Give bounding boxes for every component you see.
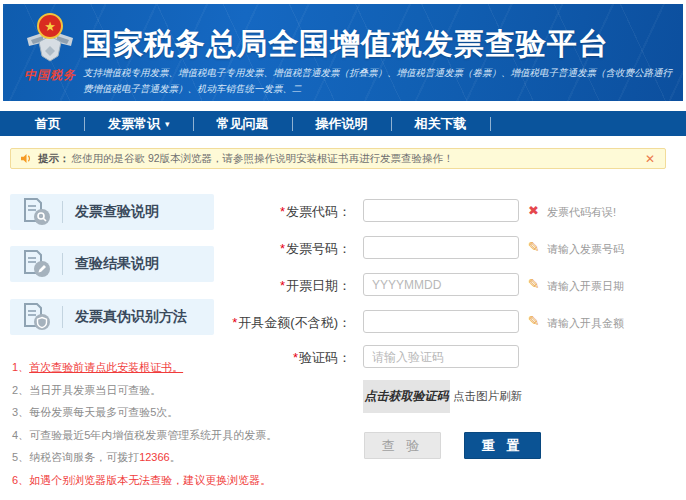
captcha-label: *验证码： bbox=[205, 349, 351, 367]
doc-magnifier-icon bbox=[22, 197, 52, 227]
note-five-times: 3、每份发票每天最多可查验5次。 bbox=[12, 401, 277, 424]
divider bbox=[62, 253, 63, 275]
pencil-icon: ✎ bbox=[528, 314, 540, 328]
logo-text: 中国税务 bbox=[19, 67, 81, 84]
install-cert-link[interactable]: 首次查验前请点此安装根证书。 bbox=[29, 361, 183, 373]
tax-bureau-logo: ★ 中国税务 bbox=[19, 12, 81, 84]
pencil-icon: ✎ bbox=[528, 240, 540, 254]
invoice-number-label: *发票号码： bbox=[205, 240, 351, 258]
nav-item-home[interactable]: 首页 bbox=[12, 115, 84, 133]
sidebar-item-result-help[interactable]: 查验结果说明 bbox=[10, 246, 214, 282]
doc-shield-icon bbox=[22, 302, 52, 332]
sidebar-item-invoice-check-help[interactable]: 发票查验说明 bbox=[10, 194, 214, 230]
svg-text:★: ★ bbox=[44, 19, 56, 34]
note-five-years: 4、可查验最近5年内增值税发票管理系统开具的发票。 bbox=[12, 424, 277, 447]
sidebar-item-label: 发票真伪识别方法 bbox=[75, 308, 187, 326]
close-icon[interactable]: ✕ bbox=[645, 153, 655, 165]
error-x-icon: ✖ bbox=[528, 204, 539, 217]
invoice-date-label: *开票日期： bbox=[205, 277, 351, 295]
tax-emblem-icon: ★ bbox=[23, 12, 77, 62]
captcha-refresh-link[interactable]: 点击图片刷新 bbox=[453, 389, 522, 404]
speaker-icon bbox=[21, 153, 32, 164]
nav-divider bbox=[490, 117, 491, 131]
amount-input[interactable] bbox=[363, 310, 519, 333]
captcha-image-button[interactable]: 点击获取验证码 bbox=[363, 380, 450, 413]
chevron-down-icon: ▾ bbox=[165, 119, 170, 129]
invoice-code-input[interactable] bbox=[363, 199, 519, 222]
hotline-number: 12366 bbox=[139, 451, 170, 463]
invoice-date-input[interactable] bbox=[363, 273, 519, 296]
invoice-code-label: *发票代码： bbox=[205, 203, 351, 221]
divider bbox=[62, 306, 63, 328]
nav-item-invoice-knowledge[interactable]: 发票常识▾ bbox=[85, 115, 193, 133]
sidebar-item-label: 查验结果说明 bbox=[75, 255, 159, 273]
nav-item-faq[interactable]: 常见问题 bbox=[194, 115, 292, 133]
page-title: 国家税务总局全国增值税发票查验平台 bbox=[82, 24, 609, 65]
reset-button[interactable]: 重 置 bbox=[464, 432, 541, 459]
check-button[interactable]: 查 验 bbox=[364, 432, 441, 459]
doc-pencil-icon bbox=[22, 249, 52, 279]
note-same-day: 2、当日开具发票当日可查验。 bbox=[12, 379, 277, 402]
note-change-browser: 6、如遇个别浏览器版本无法查验，建议更换浏览器。 bbox=[12, 469, 277, 492]
invoice-number-hint: 请输入发票号码 bbox=[547, 242, 624, 257]
sidebar-item-authenticity-methods[interactable]: 发票真伪识别方法 bbox=[10, 299, 214, 335]
usage-notes: 1、首次查验前请点此安装根证书。 2、当日开具发票当日可查验。 3、每份发票每天… bbox=[12, 356, 277, 491]
nav-item-downloads[interactable]: 相关下载 bbox=[392, 115, 490, 133]
amount-hint: 请输入开具金额 bbox=[547, 316, 624, 331]
page-header: ★ 中国税务 国家税务总局全国增值税发票查验平台 支持增值税专用发票、增值税电子… bbox=[3, 4, 683, 101]
divider bbox=[62, 201, 63, 223]
page-subtitle: 支持增值税专用发票、增值税电子专用发票、增值税普通发票（折叠票）、增值税普通发票… bbox=[83, 65, 677, 96]
pencil-icon: ✎ bbox=[528, 277, 540, 291]
captcha-input[interactable] bbox=[363, 345, 519, 368]
nav-item-instructions[interactable]: 操作说明 bbox=[293, 115, 391, 133]
main-nav: 首页 发票常识▾ 常见问题 操作说明 相关下载 bbox=[0, 111, 686, 136]
sidebar-item-label: 发票查验说明 bbox=[75, 203, 159, 221]
alert-prefix: 提示： bbox=[38, 152, 70, 166]
invoice-date-hint: 请输入开票日期 bbox=[547, 279, 624, 294]
browser-alert-banner: 提示： 您使用的是谷歌 92版本浏览器，请参照操作说明安装根证书再进行发票查验操… bbox=[10, 148, 666, 169]
invoice-number-input[interactable] bbox=[363, 236, 519, 259]
amount-label: *开具金额(不含税)： bbox=[205, 314, 351, 332]
invoice-code-error: 发票代码有误! bbox=[547, 205, 616, 220]
note-hotline: 5、纳税咨询服务，可拨打12366。 bbox=[12, 446, 277, 469]
alert-text: 您使用的是谷歌 92版本浏览器，请参照操作说明安装根证书再进行发票查验操作！ bbox=[72, 152, 454, 166]
